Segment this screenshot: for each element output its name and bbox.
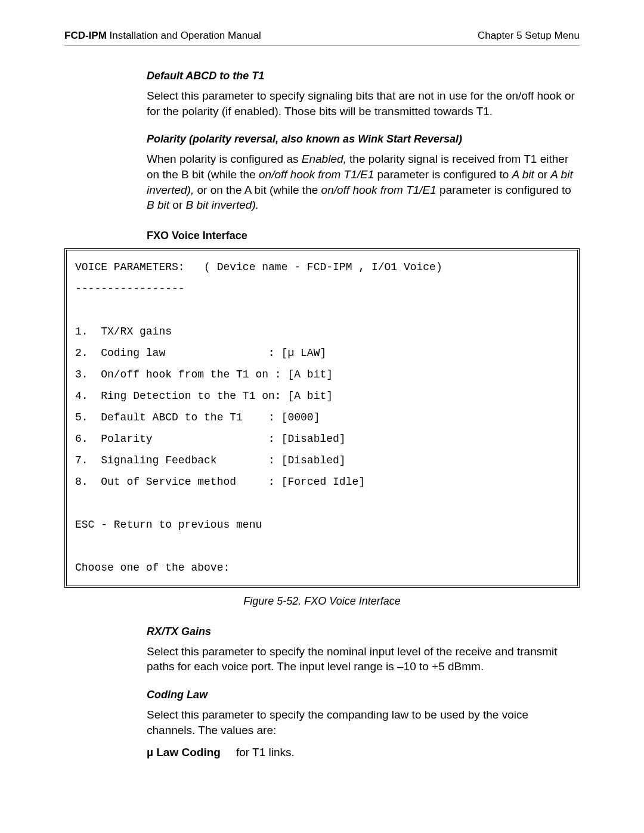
- text-fragment-ital: B bit: [147, 199, 169, 211]
- page-header: FCD-IPM Installation and Operation Manua…: [64, 30, 580, 46]
- heading-fxo: FXO Voice Interface: [147, 230, 580, 242]
- code-line: [75, 497, 82, 509]
- header-product: FCD-IPM: [64, 30, 107, 41]
- page: FCD-IPM Installation and Operation Manua…: [0, 0, 644, 833]
- code-line: Choose one of the above:: [75, 562, 230, 574]
- terminal-menu: VOICE PARAMETERS: ( Device name - FCD-IP…: [64, 248, 580, 588]
- text-fragment-ital: B bit inverted).: [185, 199, 259, 211]
- code-line: [75, 304, 82, 316]
- definition-desc: for T1 links.: [236, 746, 295, 759]
- heading-default-abcd: Default ABCD to the T1: [147, 70, 580, 82]
- text-fragment-ital: A bit: [512, 168, 534, 181]
- figure-caption: Figure 5-52. FXO Voice Interface: [64, 595, 580, 608]
- code-line: [75, 540, 82, 552]
- content-block-1: Default ABCD to the T1 Select this param…: [147, 70, 580, 242]
- code-line: VOICE PARAMETERS: ( Device name - FCD-IP…: [75, 261, 442, 273]
- code-line: 1. TX/RX gains: [75, 326, 172, 337]
- para-coding: Select this parameter to specify the com…: [147, 707, 580, 738]
- text-fragment: When polarity is configured as: [147, 153, 302, 165]
- code-line: 2. Coding law : [µ LAW]: [75, 347, 326, 359]
- header-right: Chapter 5 Setup Menu: [478, 30, 580, 42]
- code-line: 7. Signaling Feedback : [Disabled]: [75, 454, 346, 466]
- code-line: -----------------: [75, 283, 185, 295]
- para-polarity: When polarity is configured as Enabled, …: [147, 151, 580, 213]
- definition-term: µ Law Coding: [147, 746, 236, 759]
- text-fragment-ital: on/off hook from T1/E1: [321, 184, 436, 196]
- definition-row: µ Law Coding for T1 links.: [147, 746, 580, 759]
- header-left: FCD-IPM Installation and Operation Manua…: [64, 30, 261, 42]
- text-fragment: or: [534, 168, 550, 181]
- text-fragment: parameter is configured to: [374, 168, 512, 181]
- para-rxtx: Select this parameter to specify the nom…: [147, 644, 580, 674]
- heading-coding: Coding Law: [147, 689, 580, 701]
- text-fragment: or on the A bit (while the: [194, 184, 321, 196]
- code-line: 8. Out of Service method : [Forced Idle]: [75, 476, 365, 488]
- code-line: 4. Ring Detection to the T1 on: [A bit]: [75, 390, 333, 402]
- text-fragment: parameter is configured to: [436, 184, 571, 196]
- code-line: 5. Default ABCD to the T1 : [0000]: [75, 411, 320, 423]
- code-line: 3. On/off hook from the T1 on : [A bit]: [75, 368, 333, 380]
- code-line: ESC - Return to previous menu: [75, 519, 262, 531]
- header-title: Installation and Operation Manual: [107, 30, 261, 41]
- code-line: 6. Polarity : [Disabled]: [75, 433, 346, 445]
- content-block-2: RX/TX Gains Select this parameter to spe…: [147, 625, 580, 760]
- text-fragment-ital: Enabled,: [302, 153, 346, 165]
- text-fragment-ital: on/off hook from T1/E1: [259, 168, 374, 181]
- heading-rxtx: RX/TX Gains: [147, 625, 580, 638]
- text-fragment: or: [169, 199, 185, 211]
- heading-polarity: Polarity (polarity reversal, also known …: [147, 133, 580, 145]
- para-default-abcd: Select this parameter to specify signali…: [147, 88, 580, 119]
